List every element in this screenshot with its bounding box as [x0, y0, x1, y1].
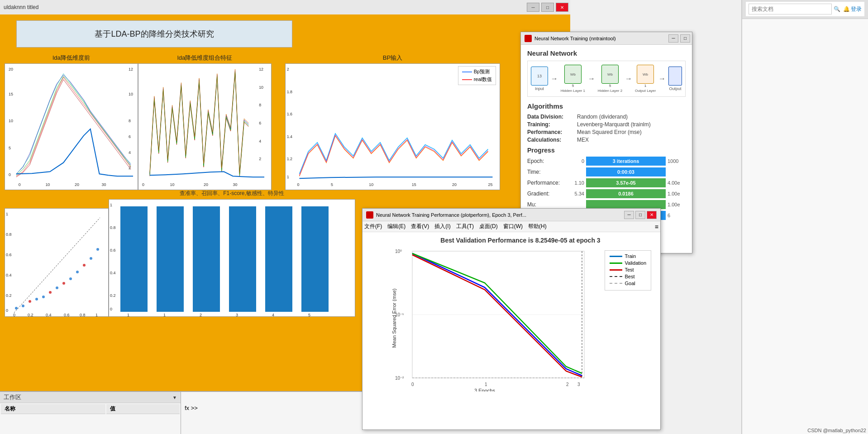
- svg-text:12: 12: [129, 67, 133, 72]
- svg-text:20: 20: [452, 182, 457, 187]
- epoch-current: 3 iterations: [613, 158, 639, 164]
- epoch-start: 0: [568, 158, 584, 164]
- mu-end: 1.00e: [668, 202, 686, 207]
- svg-text:1: 1: [163, 313, 166, 317]
- progress-title: Progress: [527, 147, 686, 154]
- nn-input-layer: 13 Input: [531, 67, 548, 91]
- main-titlebar: uldaknnn titled ─ □ ✕: [0, 0, 570, 14]
- bar-svg: 1 0.8 0.6 0.4 0.2 0 1 1 2 3 4 5: [109, 200, 356, 317]
- nn-hidden2-label: Hidden Layer 2: [598, 89, 622, 93]
- svg-text:15: 15: [412, 182, 416, 187]
- best-line-icon: [610, 276, 622, 277]
- goal-line-icon: [610, 283, 622, 284]
- maximize-button[interactable]: □: [541, 3, 554, 12]
- menu-edit[interactable]: 编辑(E): [387, 223, 405, 230]
- svg-text:0: 0: [297, 182, 300, 187]
- svg-text:3: 3: [236, 313, 238, 317]
- svg-point-59: [83, 264, 86, 267]
- svg-text:1: 1: [110, 203, 112, 207]
- top-chart-area: lda降低维度前 20 15 10 5 0 0 10 20 30: [0, 63, 511, 197]
- svg-point-61: [96, 248, 99, 251]
- svg-text:0.2: 0.2: [6, 293, 12, 298]
- svg-text:10: 10: [45, 182, 50, 187]
- perf-chart-area: Best Validation Performance is 8.2549e-0…: [362, 232, 660, 404]
- login-button[interactable]: 登录: [851, 5, 862, 13]
- perf-maximize-button[interactable]: □: [635, 211, 645, 219]
- epoch-row: Epoch: 0 3 iterations 1000: [527, 157, 686, 166]
- workspace-title: 工作区 ▼: [0, 392, 181, 403]
- main-title-box: 基于LDA-BP的降维分类技术研究: [16, 20, 292, 48]
- nn-output-final-label: Output: [669, 86, 681, 91]
- train-line-icon: [610, 256, 622, 257]
- perf-bar: 3.57e-05: [586, 178, 666, 187]
- main-chart-title: 基于LDA-BP的降维分类技术研究: [95, 29, 214, 39]
- svg-text:0.2: 0.2: [28, 313, 33, 317]
- chart2-label: lda降低维度组合特征: [138, 54, 271, 62]
- svg-text:2: 2: [129, 166, 131, 170]
- bell-icon: 🔔: [843, 6, 850, 12]
- svg-text:0.4: 0.4: [110, 271, 116, 275]
- matlab-icon: [525, 35, 532, 42]
- svg-text:20: 20: [9, 67, 13, 72]
- svg-text:0.2: 0.2: [110, 293, 116, 298]
- svg-text:1: 1: [485, 382, 487, 387]
- chart-bp-input: BP输入 Bp预测 real数值 2 1.8 1.6 1.4 1.2 1: [285, 63, 500, 190]
- svg-point-55: [56, 286, 58, 289]
- svg-text:0.4: 0.4: [6, 273, 12, 277]
- legend-train-label: Train: [625, 253, 636, 259]
- svg-text:0.4: 0.4: [46, 313, 52, 317]
- search-input[interactable]: [749, 4, 832, 14]
- nnt-minimize-button[interactable]: ─: [668, 34, 678, 43]
- fx-label: fx >>: [185, 405, 198, 411]
- svg-text:0: 0: [110, 307, 112, 311]
- svg-text:20: 20: [75, 182, 79, 187]
- epoch-label: Epoch:: [527, 158, 568, 164]
- menu-help[interactable]: 帮助(H): [528, 223, 547, 230]
- svg-point-54: [49, 291, 52, 294]
- menu-insert[interactable]: 插入(I): [434, 223, 450, 230]
- svg-text:2: 2: [200, 313, 202, 317]
- scatter-svg: 1 0.8 0.6 0.4 0.2 0 0 0.2 0.4 0.6 0.8 1: [5, 209, 109, 317]
- data-division-label: Data Division:: [527, 114, 577, 120]
- menu-tools[interactable]: 工具(T): [456, 223, 474, 230]
- svg-text:3: 3: [577, 382, 580, 387]
- svg-text:10: 10: [369, 182, 373, 187]
- performance-value: Mean Squared Error (mse): [577, 129, 642, 135]
- calculations-label: Calculations:: [527, 137, 577, 143]
- svg-text:6: 6: [259, 121, 261, 125]
- svg-text:5: 5: [9, 146, 11, 150]
- minimize-button[interactable]: ─: [527, 3, 539, 12]
- mu-bar: [586, 200, 666, 209]
- perf-minimize-button[interactable]: ─: [624, 211, 634, 219]
- epoch-end: 1000: [668, 158, 686, 164]
- nnt-content: Neural Network 13 Input → Wb 5 Hidden La…: [521, 45, 692, 226]
- algo-performance: Performance: Mean Squared Error (mse): [527, 129, 686, 135]
- y-axis-label: Mean Squared Error (mse): [391, 289, 397, 348]
- svg-text:0: 0: [13, 313, 15, 317]
- menu-view[interactable]: 查看(V): [411, 223, 429, 230]
- nnt-maximize-button[interactable]: □: [680, 34, 690, 43]
- nn-output-final-box: [668, 67, 682, 86]
- perf-close-button[interactable]: ✕: [647, 211, 657, 219]
- nn-input-label: Input: [535, 86, 544, 91]
- data-division-value: Random (dividerand): [577, 114, 628, 120]
- training-label: Training:: [527, 121, 577, 128]
- svg-text:3 Epochs: 3 Epochs: [474, 388, 495, 391]
- search-bar[interactable]: 🔍 🔔 登录: [746, 2, 864, 17]
- menu-file[interactable]: 文件(F): [364, 223, 382, 230]
- menu-window[interactable]: 窗口(W): [503, 223, 523, 230]
- nn-hidden2-nodes: 5: [609, 84, 611, 88]
- bottom-charts-area: 1 0.8 0.6 0.4 0.2 0 0 0.2 0.4 0.6 0.8 1: [0, 199, 362, 326]
- svg-text:0: 0: [6, 308, 8, 313]
- validation-line-icon: [610, 262, 622, 264]
- chart2-svg: 0 10 20 30 12 10 8 6 4 2: [138, 64, 271, 190]
- close-button[interactable]: ✕: [556, 3, 568, 12]
- legend-best: Best: [610, 274, 647, 279]
- menu-desktop[interactable]: 桌面(D): [479, 223, 498, 230]
- col-name: 名称: [1, 404, 105, 414]
- svg-line-62: [14, 218, 100, 313]
- legend-test: Test: [610, 267, 647, 272]
- nn-input-box: 13: [531, 67, 548, 86]
- svg-rect-78: [229, 206, 256, 312]
- svg-point-60: [90, 257, 92, 260]
